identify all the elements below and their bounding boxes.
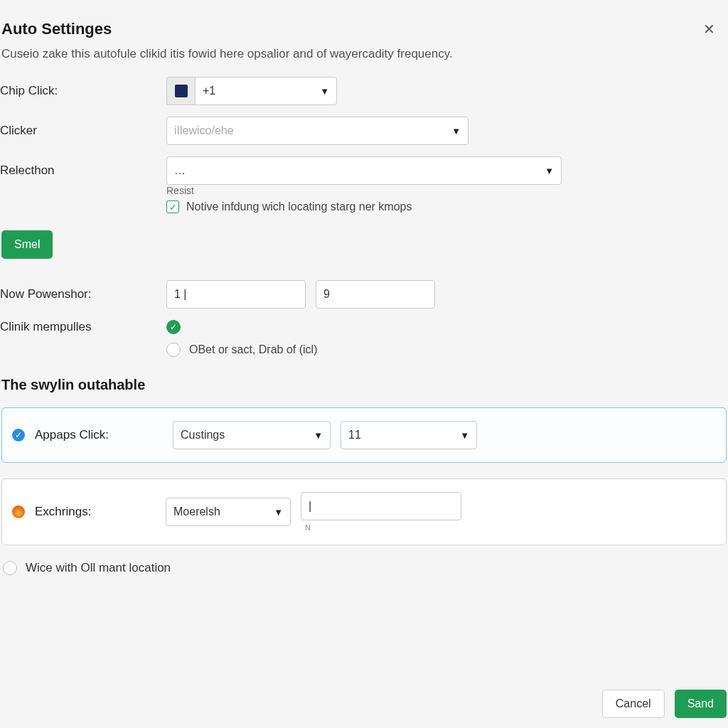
chevron-down-icon: ▼	[451, 126, 461, 136]
relection-select[interactable]: … ▼	[166, 156, 562, 185]
exchrings-panel[interactable]: Exchrings: Moerelsh ▼ | N	[1, 478, 727, 545]
appaps-select-1[interactable]: Custings ▼	[173, 421, 331, 449]
appaps-panel[interactable]: ✓ Appaps Click: Custings ▼ 11 ▼	[1, 407, 727, 463]
section-title: The swylin outahable	[1, 377, 728, 393]
chevron-down-icon: ▼	[460, 430, 469, 441]
dialog-footer: Cancel Sand	[602, 690, 727, 718]
relection-value: …	[174, 164, 186, 177]
wice-radio[interactable]	[3, 561, 17, 575]
appaps-select-1-value: Custings	[181, 429, 225, 441]
exchrings-input[interactable]: |	[301, 492, 461, 520]
wice-radio-label: Wice with Oll mant location	[26, 561, 171, 575]
chevron-down-icon: ▼	[320, 86, 329, 97]
now-power-value-1: 1 |	[174, 288, 187, 301]
appaps-label: Appaps Click:	[35, 428, 163, 442]
appaps-radio[interactable]: ✓	[12, 429, 25, 441]
chip-click-icon[interactable]	[166, 77, 195, 105]
exchrings-select[interactable]: Moerelsh ▼	[166, 498, 291, 526]
page-title: Auto Settinges	[1, 20, 112, 38]
chevron-down-icon: ▼	[274, 507, 283, 518]
clicker-label: Clicker	[0, 124, 156, 138]
cancel-button[interactable]: Cancel	[602, 690, 665, 718]
close-icon[interactable]: ✕	[703, 21, 728, 38]
chip-click-value: +1	[203, 85, 215, 97]
chevron-down-icon: ▼	[545, 166, 554, 176]
clicker-select[interactable]: iIlewico/ehe ▼	[166, 117, 469, 145]
exchrings-select-value: Moerelsh	[173, 505, 220, 518]
app-icon	[175, 85, 188, 97]
drab-radio[interactable]	[166, 343, 181, 357]
flame-icon	[12, 505, 25, 518]
now-power-input-1[interactable]: 1 |	[166, 280, 306, 309]
subtitle-text: Cuseio zake this autofule clikid itis fo…	[0, 46, 728, 77]
notify-checkbox[interactable]: ✓	[166, 200, 179, 213]
exchrings-hint: N	[305, 523, 461, 532]
smel-button[interactable]: Smel	[1, 230, 53, 259]
appaps-select-2-value: 11	[348, 429, 361, 441]
notify-checkbox-label: Notive infdung wich locating starg ner k…	[186, 200, 412, 213]
relection-label: Relecthon	[0, 164, 156, 178]
appaps-select-2[interactable]: 11 ▼	[341, 421, 477, 449]
clicker-placeholder: iIlewico/ehe	[174, 124, 234, 137]
exchrings-input-value: |	[309, 500, 311, 513]
chip-click-label: Chip Click:	[0, 84, 156, 98]
chip-click-select[interactable]: +1 ▼	[195, 77, 337, 105]
clinik-label: Clinik mempulles	[0, 320, 156, 334]
clinik-radio-on[interactable]: ✓	[166, 320, 181, 334]
drab-radio-label: OBet or sact, Drab of (icl)	[189, 343, 318, 356]
now-power-value-2: 9	[323, 288, 330, 301]
exchrings-label: Exchrings:	[35, 505, 156, 519]
chevron-down-icon: ▼	[314, 430, 323, 441]
save-button[interactable]: Sand	[675, 690, 727, 718]
now-power-input-2[interactable]: 9	[316, 280, 435, 309]
now-power-label: Now Powenshor:	[0, 287, 156, 301]
